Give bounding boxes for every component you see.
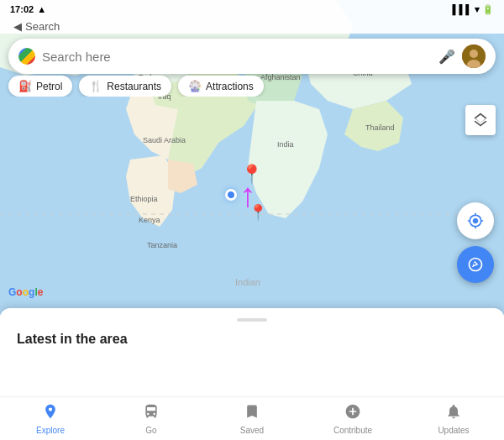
chip-restaurants-label: Restaurants [107,81,161,92]
nav-bar: ◀ Search [0,18,504,34]
chip-attractions-label: Attractions [206,81,254,92]
bottom-sheet: Latest in the area [0,308,504,396]
chip-petrol-label: Petrol [36,81,62,92]
svg-text:Thailand: Thailand [365,123,395,132]
filter-chips: ⛽ Petrol 🍴 Restaurants 🎡 Attractions [0,76,504,97]
svg-text:Saudi Arabia: Saudi Arabia [143,136,186,144]
nav-saved-label: Saved [240,426,264,435]
orange-location-pin[interactable]: 📍 [249,203,267,222]
svg-text:Kenya: Kenya [139,216,160,224]
svg-text:Tanzania: Tanzania [147,241,177,249]
nav-updates[interactable]: Updates [403,403,504,435]
svg-text:Indian: Indian [235,277,260,287]
svg-point-16 [470,50,478,58]
map-layers-button[interactable] [465,105,496,135]
search-container: 🎤 [0,34,504,79]
chip-restaurants[interactable]: 🍴 Restaurants [79,76,171,97]
petrol-icon: ⛽ [18,80,32,92]
chip-attractions[interactable]: 🎡 Attractions [178,76,264,97]
search-input[interactable] [42,50,432,64]
green-location-pin[interactable]: 📍 [240,164,263,186]
saved-icon [244,403,260,424]
nav-updates-label: Updates [438,426,469,435]
nav-go-label: Go [145,426,156,435]
updates-icon [445,403,462,424]
nav-contribute[interactable]: Contribute [302,403,403,435]
attractions-icon: 🎡 [188,80,202,92]
compass-button[interactable] [457,246,494,283]
chip-petrol[interactable]: ⛽ Petrol [8,76,72,97]
nav-explore[interactable]: Explore [0,403,101,435]
signal-icon: ▌▌▌ [453,4,472,14]
nav-explore-label: Explore [36,426,65,435]
mic-icon[interactable]: 🎤 [438,49,455,65]
nav-go[interactable]: Go [101,403,202,435]
gps-icon: ▲ [37,4,46,14]
status-time: 17:02 ▲ [10,4,46,14]
battery-icon: 🔋 [482,4,494,15]
bottom-sheet-title: Latest in the area [17,332,487,347]
svg-text:India: India [277,140,294,149]
back-label: Search [25,20,60,33]
google-maps-logo [18,48,35,65]
back-arrow[interactable]: ◀ [13,20,22,33]
nav-contribute-label: Contribute [333,426,372,435]
search-bar[interactable]: 🎤 [8,39,496,74]
status-bar: 17:02 ▲ ▌▌▌ ▾ 🔋 [0,0,504,18]
bottom-nav: Explore Go Saved Contribute [0,396,504,440]
google-logo: Google [8,286,43,298]
sheet-handle [237,318,267,322]
user-avatar[interactable] [462,45,486,68]
time-label: 17:02 [10,4,34,14]
my-location-button[interactable] [457,202,494,239]
wifi-icon: ▾ [475,4,480,15]
user-location-marker [225,189,237,201]
go-icon [143,403,160,424]
restaurants-icon: 🍴 [89,80,102,92]
contribute-icon [344,403,361,424]
svg-text:Ethiopia: Ethiopia [130,195,158,203]
explore-icon [42,403,59,424]
status-icons: ▌▌▌ ▾ 🔋 [453,4,494,15]
nav-saved[interactable]: Saved [202,403,302,435]
